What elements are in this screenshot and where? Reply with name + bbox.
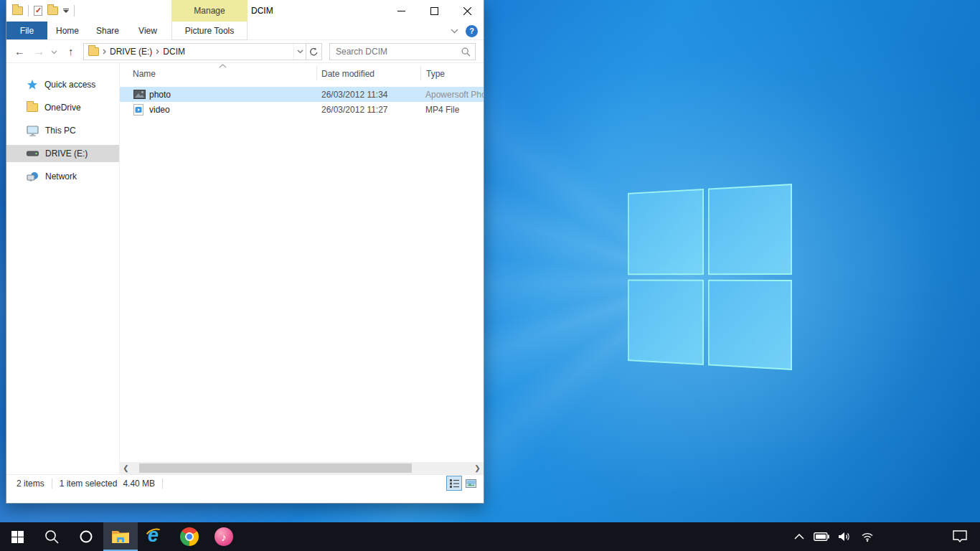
drive-icon: [27, 151, 39, 156]
up-button[interactable]: ↑: [68, 46, 74, 57]
breadcrumb: DRIVE (E:) DCIM: [84, 44, 293, 60]
column-separator[interactable]: [316, 66, 317, 80]
sidebar-item-quick-access[interactable]: Quick access: [6, 76, 119, 93]
sidebar-label: Network: [45, 171, 77, 182]
itunes-icon: ♪: [215, 527, 233, 546]
breadcrumb-folder[interactable]: DCIM: [163, 47, 185, 57]
breadcrumb-drive[interactable]: DRIVE (E:): [110, 47, 152, 57]
qat-customize-dropdown-icon[interactable]: [63, 9, 69, 14]
breadcrumb-chevron-icon[interactable]: [103, 49, 106, 55]
manage-contextual-group[interactable]: Manage: [171, 0, 248, 22]
scroll-right-icon[interactable]: ❯: [471, 462, 484, 474]
back-button[interactable]: ←: [14, 46, 25, 57]
view-toggle-buttons: [447, 476, 478, 490]
selection-size: 4.40 MB: [123, 479, 155, 489]
search-box[interactable]: [329, 43, 476, 60]
close-icon: [463, 7, 471, 15]
logo-pane-top-right: [708, 184, 792, 275]
ribbon-tab-row: File Home Share View Picture Tools ?: [6, 22, 484, 40]
tab-share[interactable]: Share: [88, 22, 128, 39]
search-input[interactable]: [330, 47, 461, 57]
sidebar-item-network[interactable]: Network: [6, 168, 119, 185]
recent-locations-dropdown-icon[interactable]: [51, 50, 57, 55]
file-name: video: [149, 105, 170, 115]
network-icon: [27, 171, 39, 182]
column-separator-2[interactable]: [420, 66, 421, 80]
file-type: Apowersoft Pho: [425, 90, 484, 100]
logo-pane-top-left: [628, 189, 703, 275]
action-center-icon: [953, 530, 967, 543]
column-header-name[interactable]: Name: [133, 69, 156, 79]
quick-access-star-icon: [27, 79, 38, 90]
chrome-icon: [180, 527, 199, 546]
scroll-left-icon[interactable]: ❮: [120, 462, 132, 474]
window-content: Quick access OneDrive This PC DRIV: [6, 63, 484, 474]
sidebar-label: OneDrive: [44, 103, 81, 113]
column-headers: Name Date modified Type: [120, 63, 484, 83]
help-icon[interactable]: ?: [466, 25, 478, 37]
battery-icon[interactable]: [814, 532, 829, 541]
refresh-button[interactable]: [306, 44, 321, 60]
file-row-video[interactable]: video 26/03/2012 11:27 MP4 File: [120, 102, 484, 117]
itunes-button[interactable]: ♪: [207, 522, 241, 551]
minimize-icon: [397, 7, 405, 15]
status-separator-2: [162, 479, 163, 489]
refresh-icon: [309, 47, 319, 57]
column-header-date[interactable]: Date modified: [321, 69, 374, 79]
sidebar-item-this-pc[interactable]: This PC: [6, 122, 119, 139]
this-pc-monitor-icon: [27, 126, 39, 136]
address-dropdown-icon[interactable]: [293, 44, 306, 60]
details-view-button[interactable]: [447, 476, 461, 490]
cortana-button[interactable]: [69, 522, 103, 551]
file-name: photo: [149, 90, 171, 100]
internet-explorer-icon: e: [145, 527, 165, 547]
file-date: 26/03/2012 11:27: [321, 105, 388, 115]
scrollbar-track[interactable]: [132, 462, 471, 474]
scrollbar-thumb[interactable]: [139, 463, 412, 473]
sidebar-item-onedrive[interactable]: OneDrive: [6, 99, 119, 116]
maximize-button[interactable]: [418, 0, 451, 22]
sidebar-item-drive-e[interactable]: DRIVE (E:): [6, 145, 119, 162]
file-type: MP4 File: [425, 105, 459, 115]
qat-new-folder-icon[interactable]: [47, 6, 58, 15]
status-separator: [52, 479, 52, 489]
windows-start-icon: [11, 531, 24, 543]
taskbar-file-explorer-button[interactable]: [103, 522, 138, 551]
tab-view[interactable]: View: [128, 22, 168, 39]
qat-separator-2: [74, 5, 75, 17]
onedrive-folder-icon: [27, 103, 38, 112]
volume-icon[interactable]: [839, 532, 852, 542]
qat-properties-icon[interactable]: [34, 6, 42, 16]
status-bar: 2 items 1 item selected 4.40 MB: [6, 474, 484, 491]
selection-count: 1 item selected: [60, 479, 118, 489]
taskbar-search-icon: [44, 529, 59, 544]
minimize-button[interactable]: [385, 0, 418, 22]
wifi-icon[interactable]: [861, 532, 874, 542]
forward-button[interactable]: →: [34, 46, 44, 57]
tray-chevron-up-icon[interactable]: [794, 534, 804, 540]
internet-explorer-button[interactable]: e: [138, 522, 172, 551]
column-header-type[interactable]: Type: [426, 69, 445, 79]
ribbon-right-controls: ?: [451, 22, 478, 40]
thumbnail-view-button[interactable]: [463, 476, 478, 490]
title-bar: Manage DCIM: [6, 0, 484, 22]
chrome-button[interactable]: [172, 522, 207, 551]
tab-file[interactable]: File: [6, 22, 47, 39]
taskbar-search-button[interactable]: [34, 522, 69, 551]
window-controls: [385, 0, 484, 22]
tab-picture-tools[interactable]: Picture Tools: [171, 22, 248, 40]
breadcrumb-chevron-icon-2[interactable]: [156, 49, 159, 55]
start-button[interactable]: [0, 522, 34, 551]
qat-folder-icon[interactable]: [12, 6, 23, 15]
expand-ribbon-icon[interactable]: [451, 29, 458, 34]
file-list-pane: Name Date modified Type photo 26/03/2012…: [120, 63, 484, 474]
address-bar[interactable]: DRIVE (E:) DCIM: [83, 43, 322, 60]
horizontal-scrollbar[interactable]: ❮ ❯: [120, 462, 484, 474]
sidebar-label: Quick access: [44, 80, 95, 90]
action-center-button[interactable]: [953, 522, 967, 551]
tab-home[interactable]: Home: [47, 22, 88, 39]
items-count: 2 items: [17, 479, 44, 489]
close-button[interactable]: [451, 0, 484, 22]
search-icon[interactable]: [461, 47, 471, 57]
file-row-photo[interactable]: photo 26/03/2012 11:34 Apowersoft Pho: [120, 87, 484, 102]
